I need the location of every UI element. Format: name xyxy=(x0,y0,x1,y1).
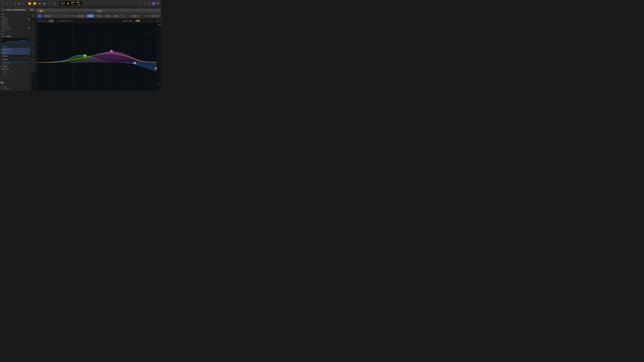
flex-row: Flex & Follow: Off xyxy=(1,27,30,30)
db-plus6: +6 -30 xyxy=(158,41,161,42)
right-fader-handle[interactable] xyxy=(2,83,4,84)
fader-db-values: -3.5 -0,2 xyxy=(4,88,9,90)
toolbar-icons: ℹ ? □ ↺ ⊞ ✂ xyxy=(1,2,25,5)
mute-label: Mute: xyxy=(1,13,5,15)
more-button[interactable]: More xyxy=(1,33,5,34)
read-button-2[interactable]: Read xyxy=(1,73,8,76)
right-arrow-btn[interactable]: ▶ xyxy=(71,20,73,22)
uhbik-g-plugin[interactable]: Uhbik-G xyxy=(1,55,30,58)
db-minus9: -9 -70 xyxy=(158,75,161,76)
software-label: software instruments xyxy=(142,20,154,22)
scale-minus12: -12 xyxy=(158,83,160,84)
redo-button[interactable]: Redo xyxy=(112,14,120,17)
pro-label: Pro xyxy=(129,20,132,22)
loop-label: Loop: xyxy=(1,16,5,17)
scale-12db: 12 dB xyxy=(158,24,161,25)
left-arrow-btn[interactable]: ◀ xyxy=(55,20,58,22)
preset-prev-button[interactable]: ◀ xyxy=(66,14,70,17)
undo-icon-btn[interactable]: ↺ xyxy=(38,20,40,22)
save-icon[interactable]: S xyxy=(148,2,151,5)
help-icon[interactable]: ? xyxy=(5,2,9,5)
help-label[interactable]: Help xyxy=(156,20,159,22)
undo-button[interactable]: Undo xyxy=(104,14,111,17)
sends-button[interactable]: Sends xyxy=(1,65,8,67)
fast-forward-button[interactable]: ⏩ xyxy=(32,1,37,6)
limiter-plugin[interactable]: Limiter xyxy=(1,51,30,54)
close-window-button[interactable] xyxy=(38,10,39,12)
plugin-power-button[interactable]: ⏻ xyxy=(38,14,42,18)
fine-tune-label: Fine Tune: xyxy=(1,25,9,27)
scale-plus9: +9 xyxy=(158,32,159,34)
nav-arrow-left[interactable]: ← xyxy=(1,8,5,11)
add-track-button[interactable]: + xyxy=(32,13,36,17)
fader-values: VCA -3.5 -0,2 xyxy=(4,86,9,90)
fabfilter-brand: fabfilter xyxy=(122,20,128,22)
plugin-titlebar: atack1 xyxy=(36,9,161,13)
view-link-btn[interactable]: ⊕ xyxy=(160,14,161,17)
mute-row: Mute: xyxy=(1,13,30,15)
track-number-6: 6 xyxy=(32,47,35,56)
view-selector[interactable]: Editor xyxy=(150,14,160,17)
plugin-controls-toolbar: ⏻ Manual ◀ ▶ Compare Copy Paste Undo Red… xyxy=(36,13,161,19)
to-start-button[interactable]: ⏮ xyxy=(38,1,42,6)
bpm-display: 120 KEEP xyxy=(71,1,75,5)
ab-button[interactable]: A/B xyxy=(44,20,47,22)
uhbik-q-plugin[interactable]: Uhbik-Q xyxy=(1,58,30,61)
compare-button[interactable]: Compare xyxy=(75,14,86,17)
time-sig-value[interactable]: 4/4 xyxy=(76,1,81,3)
db-minus12: -12 -80 xyxy=(158,83,161,84)
eq-display[interactable]: 12 dB -10 +9 -20 +6 -30 +3 -40 0 -50 -3 … xyxy=(36,23,161,90)
quantize-row: Quantize: Off xyxy=(1,18,30,20)
dot-separator: · xyxy=(134,20,134,22)
read-buttons: Group Read xyxy=(1,70,30,73)
time-sig-display: 4/4 Cmaj xyxy=(76,1,81,6)
group-button[interactable]: Group xyxy=(1,70,8,73)
db-plus9: +9 -20 xyxy=(158,32,161,34)
inner-copy-button[interactable]: Copy xyxy=(48,20,54,22)
record-button[interactable]: ● xyxy=(48,1,52,6)
default-setting-label: Default Setting xyxy=(59,20,70,22)
fine-tune-row: Fine Tune: xyxy=(1,25,30,27)
mb-label: MB xyxy=(136,19,140,23)
settings-icon[interactable]: ⚡ xyxy=(156,2,160,5)
transpose-label: Transpose: xyxy=(1,23,9,25)
redo-icon-btn[interactable]: ↻ xyxy=(41,20,43,22)
sidechain-selector[interactable]: None xyxy=(130,14,140,17)
file-icon[interactable]: □ xyxy=(10,2,13,5)
qswing-row: Q-Swing: xyxy=(1,20,30,23)
cycle-button[interactable]: ↺ xyxy=(52,1,57,6)
view-label: View: xyxy=(144,15,149,17)
key-value[interactable]: Cmaj xyxy=(76,4,81,6)
pencil-tool[interactable]: ✎ xyxy=(143,2,146,5)
pointer-tool[interactable]: ↖ xyxy=(139,2,142,5)
play-button[interactable]: ▶ xyxy=(42,1,47,6)
quantize-value[interactable]: Off xyxy=(28,18,30,20)
edit-menu[interactable]: Edit xyxy=(29,8,35,11)
counter-display[interactable]: ↕234 xyxy=(152,2,155,5)
svg-point-17 xyxy=(110,50,113,52)
copy-button[interactable]: Copy xyxy=(87,14,94,17)
plugin-list: Channel EQ Limiter Uhbik-G Uhbik-Q FF Pr… xyxy=(1,48,30,64)
level-icons: ↺ ↻ xyxy=(38,20,43,22)
bpm-value[interactable]: 120 xyxy=(71,1,75,3)
stereo-out: Stereo Out xyxy=(0,68,31,70)
ff-promib-plugin[interactable]: FF Pro-MB xyxy=(1,61,30,64)
info-icon[interactable]: ℹ xyxy=(1,2,5,5)
mix-icon[interactable]: ⊞ xyxy=(18,2,21,5)
region-title: Region: Audio Defaults xyxy=(6,9,25,11)
maximize-window-button[interactable] xyxy=(42,10,44,12)
minimize-window-button[interactable] xyxy=(40,10,41,12)
rewind-button[interactable]: ⏪ xyxy=(27,1,32,6)
paste-button[interactable]: Paste xyxy=(95,14,103,17)
read-button[interactable]: Read xyxy=(9,70,16,73)
preset-selector[interactable]: Manual xyxy=(43,14,66,17)
fullscreen-btn[interactable]: ⊞ xyxy=(160,19,161,23)
gain-label: Gain: xyxy=(1,30,5,32)
flex-value[interactable]: Off xyxy=(28,28,30,29)
plugin-window-title: atack1 xyxy=(44,10,155,12)
loop-icon[interactable]: ↺ xyxy=(14,2,17,5)
channel-eq-plugin[interactable]: Channel EQ xyxy=(1,48,30,51)
cut-icon[interactable]: ✂ xyxy=(22,2,25,5)
left-panel: Mute: Loop: Quantize: Off Q-Swing: Trans… xyxy=(0,12,32,90)
preset-next-button[interactable]: ▶ xyxy=(71,14,74,17)
